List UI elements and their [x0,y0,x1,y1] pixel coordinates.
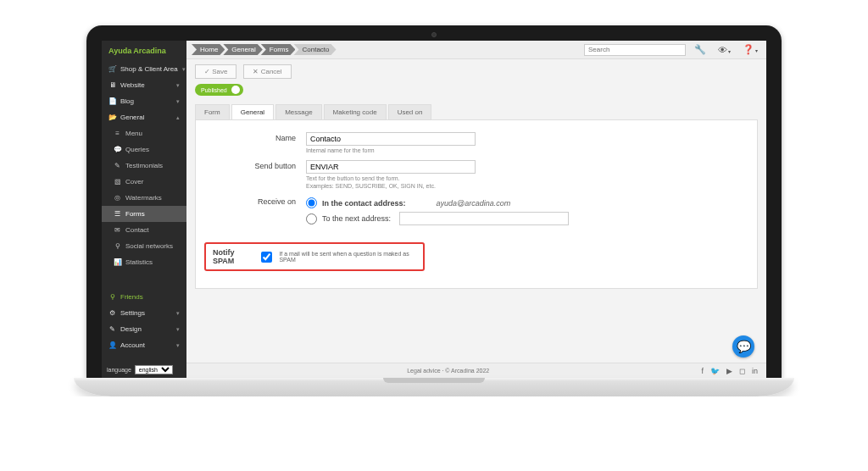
sidebar-item-label: Forms [125,210,145,218]
tab-used-on[interactable]: Used on [388,104,432,119]
linkedin-icon[interactable]: in [752,367,758,375]
send-button-input[interactable] [306,160,476,174]
sidebar-sub-menu[interactable]: ≡Menu [102,125,186,141]
action-bar: ✓ Save ✕ Cancel [186,59,766,84]
sidebar-sub-watermarks[interactable]: ◎Watermarks [102,190,186,206]
tab-general[interactable]: General [231,104,274,119]
twitter-icon[interactable]: 🐦 [710,367,720,375]
facebook-icon[interactable]: f [701,367,704,375]
notify-spam-desc: If a mail will be sent when a question i… [279,251,416,263]
help-icon[interactable]: ❓▾ [739,44,761,55]
instagram-icon[interactable]: ◻ [739,367,745,375]
folder-icon: 📂 [108,114,116,121]
visibility-icon[interactable]: 👁▾ [715,45,734,55]
share-icon: ⚲ [114,242,121,250]
footer: Legal advice · © Arcadina 2022 f 🐦 ▶ ◻ i… [186,363,766,378]
sidebar-item-label: Queries [125,146,149,153]
tab-message[interactable]: Message [275,104,321,119]
chevron-down-icon: ▾ [176,98,180,105]
tabs: Form General Message Maketing code Used … [195,104,758,120]
chevron-down-icon: ▾ [176,310,180,317]
tab-marketing-code[interactable]: Maketing code [324,104,387,119]
chevron-up-icon: ▴ [176,114,180,121]
mail-icon: ✉ [114,226,121,234]
crumb-home[interactable]: Home [192,44,225,55]
app-root: Ayuda Arcadina 🛒 Shop & Client Area ▾ 🖥 … [102,41,766,378]
sidebar-item-shop[interactable]: 🛒 Shop & Client Area ▾ [102,61,186,77]
gear-icon: ⚙ [108,309,116,317]
sidebar-item-label: Friends [120,293,143,301]
sidebar-sub-cover[interactable]: ▧Cover [102,174,186,190]
page-icon: 📄 [108,97,116,105]
crumb-current: Contacto [293,44,336,55]
chat-bubble-button[interactable]: 💬 [732,335,754,357]
language-label: language [107,367,131,373]
brand-title: Ayuda Arcadina [102,41,186,61]
name-label: Name [204,132,306,142]
sidebar-item-general[interactable]: 📂 General ▴ [102,109,186,125]
notify-spam-label: Notify SPAM [213,248,254,265]
sidebar-sub-queries[interactable]: 💬Queries [102,141,186,158]
sidebar-sub-statistics[interactable]: 📊Statistics [102,254,186,270]
share-icon: ⚲ [108,293,116,301]
receive-next-input[interactable] [399,212,569,225]
sidebar-item-label: Social networks [125,242,173,250]
laptop-base [74,378,794,396]
sidebar-sub-testimonials[interactable]: ✎Testimonials [102,158,186,174]
send-button-label: Send button [204,160,306,170]
target-icon: ◎ [114,194,121,202]
sidebar-item-label: Blog [120,97,134,105]
list-icon: ☰ [114,210,121,218]
contact-address-value: ayuda@arcadina.com [437,199,511,208]
save-button[interactable]: ✓ Save [195,64,236,79]
published-label: Published [201,87,227,93]
sidebar-item-label: Contact [125,226,149,234]
search-input[interactable] [584,44,686,56]
language-select[interactable]: english [135,365,173,374]
chevron-down-icon: ▾ [176,326,180,333]
sidebar-item-design[interactable]: ✎Design▾ [102,321,186,337]
wrench-icon[interactable]: 🔧 [691,44,709,55]
sidebar-item-label: Statistics [125,258,153,266]
stats-icon: 📊 [114,258,121,266]
chat-icon: 💬 [737,340,751,353]
user-icon: 👤 [108,341,116,349]
sidebar-item-friends[interactable]: ⚲Friends [102,289,186,305]
notify-spam-checkbox[interactable] [261,252,272,263]
sidebar-sub-forms[interactable]: ☰Forms [102,206,186,222]
sidebar-item-label: Testimonials [125,162,163,169]
receive-on-label: Receive on [204,196,306,206]
sidebar-item-account[interactable]: 👤Account▾ [102,337,186,353]
send-hint-1: Text for the button to send the form. [306,175,748,181]
language-selector: language english [102,362,186,378]
sidebar-sub-contact[interactable]: ✉Contact [102,222,186,238]
name-input[interactable] [306,132,476,146]
footer-social: f 🐦 ▶ ◻ in [701,367,758,375]
sidebar-sub-social[interactable]: ⚲Social networks [102,238,186,254]
receive-contact-radio[interactable] [306,197,317,208]
tab-form[interactable]: Form [195,104,230,119]
pencil-icon: ✎ [114,162,121,169]
sidebar-item-blog[interactable]: 📄 Blog ▾ [102,93,186,109]
form-panel: Name Internal name for the form Send but… [195,120,758,289]
sidebar-item-label: Menu [125,130,142,137]
sidebar: Ayuda Arcadina 🛒 Shop & Client Area ▾ 🖥 … [102,41,186,378]
cancel-button[interactable]: ✕ Cancel [243,64,291,79]
youtube-icon[interactable]: ▶ [726,367,732,375]
sidebar-item-label: Account [120,341,145,349]
sidebar-item-label: Shop & Client Area [120,65,178,73]
sidebar-item-label: Watermarks [125,194,162,202]
sidebar-item-label: Cover [125,178,143,186]
sidebar-item-label: Website [120,81,145,89]
send-hint-2: Examples: SEND, SUSCRIBE, OK, SIGN IN, e… [306,183,748,189]
brush-icon: ✎ [108,325,116,333]
receive-next-radio[interactable] [306,213,317,224]
image-icon: ▧ [114,178,121,186]
sidebar-item-website[interactable]: 🖥 Website ▾ [102,77,186,93]
crumb-forms[interactable]: Forms [261,44,296,55]
chat-icon: 💬 [114,146,121,153]
published-toggle[interactable]: Published [195,84,243,96]
sidebar-item-settings[interactable]: ⚙Settings▾ [102,305,186,321]
crumb-general[interactable]: General [223,44,262,55]
chevron-down-icon: ▾ [176,82,180,89]
